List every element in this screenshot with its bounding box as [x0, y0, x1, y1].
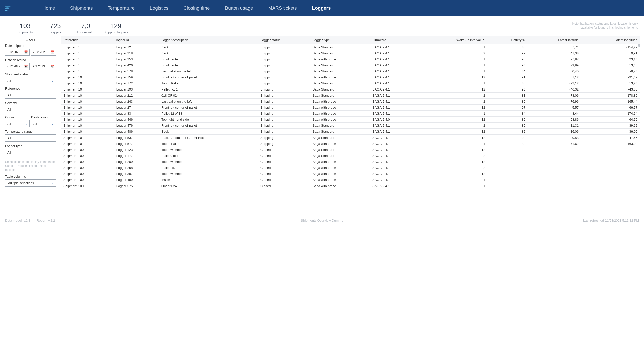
temp-range-label: Temperature range [5, 130, 56, 133]
table-row[interactable]: Shipment 100Logger 209Top row centerClos… [61, 159, 640, 165]
table-row[interactable]: Shipment 10Logger 476Front left corner o… [61, 123, 640, 129]
table-row[interactable]: Shipment 100Logger 177Pallet 9 of 10Clos… [61, 153, 640, 159]
col-header[interactable]: Wake-up interval [h] [417, 36, 488, 44]
last-refreshed: Last refreshed 11/23/2023 5:11:12 PM [583, 219, 639, 222]
col-header[interactable]: Latest latitude [528, 36, 581, 44]
table-row[interactable]: Shipment 1Logger 578Last pallet on the l… [61, 68, 640, 74]
filters-title: Filters [5, 38, 56, 42]
table-cols-label: Table columns [5, 175, 56, 178]
col-header[interactable]: Logger type [310, 36, 370, 44]
filters-panel: Filters Date shipped 1.12.2022 📅 28.2.20… [4, 36, 57, 216]
table-row[interactable]: Shipment 1Logger 218BackShippingSaga Sta… [61, 50, 640, 56]
nav-loggers[interactable]: Loggers [312, 5, 331, 11]
col-header[interactable]: Logger status [258, 36, 310, 44]
table-row[interactable]: Shipment 10Logger 243Last pallet on the … [61, 99, 640, 105]
table-row[interactable]: Shipment 100Logger 499InsideClosedSaga w… [61, 177, 640, 183]
nav-home[interactable]: Home [42, 5, 55, 11]
date-shipped-label: Date shipped [5, 44, 56, 48]
chevron-down-icon: ⌄ [51, 94, 54, 97]
report-version: Report: v.2.2 [36, 219, 55, 222]
table-row[interactable]: Shipment 10Logger 193Pallet no. 1Shippin… [61, 86, 640, 93]
col-header[interactable]: Reference [61, 36, 114, 44]
chevron-down-icon: ⌄ [51, 181, 54, 185]
calendar-icon: 📅 [50, 65, 54, 68]
table-row[interactable]: Shipment 10Logger 446Top right hand side… [61, 117, 640, 123]
nav-button-usage[interactable]: Button usage [225, 5, 253, 11]
col-header[interactable]: Latest longitude [581, 36, 640, 44]
nav-temperature[interactable]: Temperature [108, 5, 135, 11]
reference-select[interactable]: All ⌄ [5, 92, 56, 99]
col-header[interactable]: Battery % [488, 36, 528, 44]
destination-select[interactable]: All ⌄ [31, 120, 56, 127]
chevron-down-icon: ⌄ [51, 151, 54, 154]
table-row[interactable]: Shipment 10Logger 27Front left corner of… [61, 105, 640, 111]
date-delivered-to[interactable]: 9.3.2023 📅 [31, 63, 56, 70]
date-shipped-from[interactable]: 1.12.2022 📅 [5, 49, 30, 56]
nav-logistics[interactable]: Logistics [150, 5, 168, 11]
nav-mars-tickets[interactable]: MARS tickets [268, 5, 297, 11]
table-row[interactable]: Shipment 10Logger 33Pallet 12 of 13Shipp… [61, 111, 640, 117]
note-text: Note that battery status and latest loca… [562, 22, 638, 30]
table-row[interactable]: Shipment 10Logger 537Back Bottom Left Co… [61, 135, 640, 141]
table-row[interactable]: Shipment 100Logger 123Top row centerClos… [61, 147, 640, 153]
col-header[interactable]: Logger description [159, 36, 258, 44]
navbar: HomeShipmentsTemperatureLogisticsClosing… [0, 0, 644, 16]
table-row[interactable]: Shipment 1Logger 253Front centerShipping… [61, 56, 640, 62]
temp-range-select[interactable]: All ⌄ [5, 134, 56, 142]
column-helper-text: Select columns to display in the table. … [5, 160, 56, 172]
shipment-status-select[interactable]: All ⌄ [5, 77, 56, 84]
logger-type-label: Logger type [5, 144, 56, 148]
loggers-table-container: Referencelogger IdLogger descriptionLogg… [61, 36, 640, 216]
logger-type-select[interactable]: All ⌄ [5, 149, 56, 156]
loggers-table: Referencelogger IdLogger descriptionLogg… [61, 36, 640, 189]
calendar-icon: 📅 [24, 50, 28, 54]
reference-label: Reference [5, 87, 56, 90]
chevron-down-icon: ⌄ [51, 108, 54, 111]
table-row[interactable]: Shipment 10Logger 577Top of PalletShippi… [61, 141, 640, 147]
destination-label: Destination [31, 115, 56, 119]
origin-label: Origin [5, 115, 30, 119]
metric-logger-ratio: 7,0Logger ratio [70, 20, 101, 36]
chevron-down-icon: ⌄ [51, 79, 54, 82]
nav-shipments[interactable]: Shipments [70, 5, 93, 11]
calendar-icon: 📅 [24, 65, 28, 68]
table-row[interactable]: Shipment 10Logger 159Front left corner o… [61, 74, 640, 80]
table-row[interactable]: Shipment 100Logger 258Pallet no. 1Closed… [61, 165, 640, 171]
app-logo-icon [3, 4, 12, 13]
col-header[interactable]: Firmware [370, 36, 416, 44]
nav-closing-time[interactable]: Closing time [183, 5, 210, 11]
chevron-down-icon: ⌄ [25, 122, 27, 125]
table-row[interactable]: Shipment 10Logger 486BackShippingSaga St… [61, 129, 640, 135]
calendar-icon: 📅 [50, 50, 54, 54]
footer-title: Shipments Overview Dummy [301, 219, 343, 222]
metric-loggers: 723Loggers [40, 20, 70, 36]
date-shipped-to[interactable]: 28.2.2023 📅 [31, 49, 56, 56]
col-header[interactable]: logger Id [114, 36, 159, 44]
metrics-row: 103Shipments723Loggers7,0Logger ratio129… [0, 16, 644, 36]
date-delivered-label: Date delivered [5, 58, 56, 62]
chevron-down-icon: ⌄ [51, 122, 54, 125]
data-model-version: Data model: v.2.3 [5, 219, 30, 222]
date-delivered-from[interactable]: 7.12.2022 📅 [5, 63, 30, 70]
chevron-down-icon: ⌄ [51, 137, 54, 140]
severity-select[interactable]: All ⌄ [5, 106, 56, 113]
metric-shipping-loggers: 129Shipping loggers [101, 20, 131, 36]
table-row[interactable]: Shipment 10Logger 172Top of PalletShippi… [61, 80, 640, 86]
severity-label: Severity [5, 101, 56, 105]
shipment-status-label: Shipment status [5, 72, 56, 76]
metric-shipments: 103Shipments [10, 20, 40, 36]
table-row[interactable]: Shipment 10Logger 212018 OF 024ShippingS… [61, 93, 640, 99]
table-row[interactable]: Shipment 1Logger 426Front centerShipping… [61, 62, 640, 68]
table-row[interactable]: Shipment 100Logger 575002 of 024ClosedSa… [61, 183, 640, 189]
table-row[interactable]: Shipment 100Logger 397Top row centerClos… [61, 171, 640, 177]
footer: Data model: v.2.3 Report: v.2.2 Shipment… [0, 216, 644, 225]
table-cols-select[interactable]: Multiple selections ⌄ [5, 179, 56, 187]
origin-select[interactable]: All ⌄ [5, 120, 30, 127]
table-row[interactable]: Shipment 1Logger 12BackShippingSaga Stan… [61, 44, 640, 50]
